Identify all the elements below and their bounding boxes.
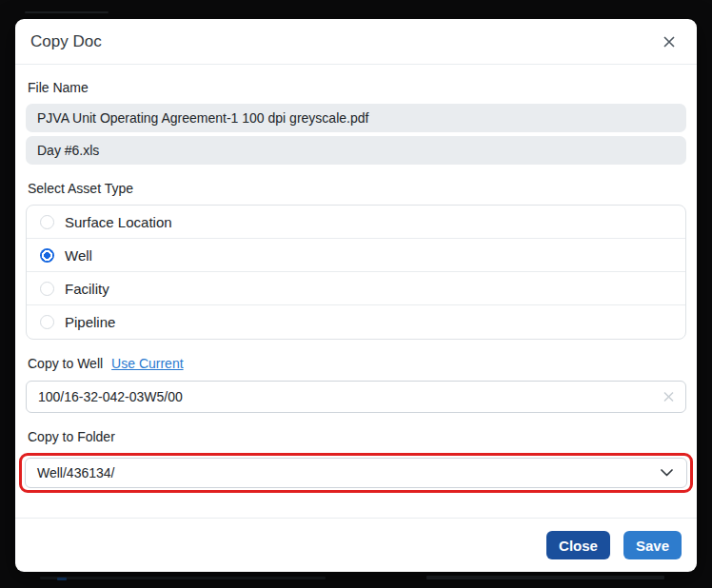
file-name-field: PJVA Unit Operating Agreement-1 100 dpi …	[26, 104, 686, 132]
copy-to-folder-value: Well/436134/	[37, 465, 114, 480]
radio-icon[interactable]	[40, 215, 54, 229]
copy-to-well-label: Copy to Well	[28, 356, 103, 371]
clear-input-icon[interactable]	[662, 390, 676, 404]
copy-to-well-row: Copy to Well Use Current	[28, 356, 686, 371]
file-name-list: PJVA Unit Operating Agreement-1 100 dpi …	[26, 104, 686, 165]
chevron-down-icon	[661, 469, 673, 477]
asset-type-option-label: Surface Location	[65, 214, 172, 230]
asset-type-option[interactable]: Pipeline	[27, 305, 685, 339]
asset-type-option[interactable]: Surface Location	[27, 206, 685, 239]
copy-to-well-input-wrap	[26, 381, 686, 413]
asset-type-option-label: Well	[65, 247, 92, 264]
copy-to-folder-label: Copy to Folder	[28, 429, 686, 444]
backdrop-remnant	[57, 578, 67, 580]
file-name-label: File Name	[28, 80, 686, 95]
asset-type-list: Surface Location Well Facility Pipeline	[26, 205, 686, 340]
backdrop-remnant	[25, 11, 109, 13]
copy-to-well-input[interactable]	[26, 381, 686, 413]
annotation-highlight: Well/436134/	[19, 453, 693, 493]
asset-type-option[interactable]: Facility	[27, 272, 685, 305]
asset-type-option-label: Pipeline	[65, 314, 115, 330]
modal-header: Copy Doc	[15, 19, 697, 65]
use-current-link[interactable]: Use Current	[111, 356, 183, 371]
modal-footer: Close Save	[15, 518, 697, 572]
asset-type-option-label: Facility	[65, 281, 109, 297]
radio-icon[interactable]	[40, 248, 54, 263]
asset-type-option[interactable]: Well	[27, 239, 685, 272]
radio-icon[interactable]	[40, 315, 54, 329]
modal-body: File Name PJVA Unit Operating Agreement-…	[15, 65, 697, 518]
backdrop-remnant	[426, 576, 664, 579]
save-button[interactable]: Save	[623, 531, 682, 559]
backdrop-remnant	[40, 577, 326, 579]
copy-doc-modal: Copy Doc File Name PJVA Unit Operating A…	[15, 19, 697, 572]
copy-to-folder-select[interactable]: Well/436134/	[25, 458, 687, 488]
asset-type-label: Select Asset Type	[28, 181, 686, 196]
modal-title: Copy Doc	[30, 32, 102, 51]
clear-x-glyph	[662, 390, 676, 404]
close-x-glyph	[661, 33, 678, 50]
file-name-field: Day #6.xls	[26, 136, 686, 165]
close-button[interactable]: Close	[546, 531, 610, 559]
radio-icon[interactable]	[40, 282, 54, 296]
close-icon[interactable]	[659, 31, 680, 52]
